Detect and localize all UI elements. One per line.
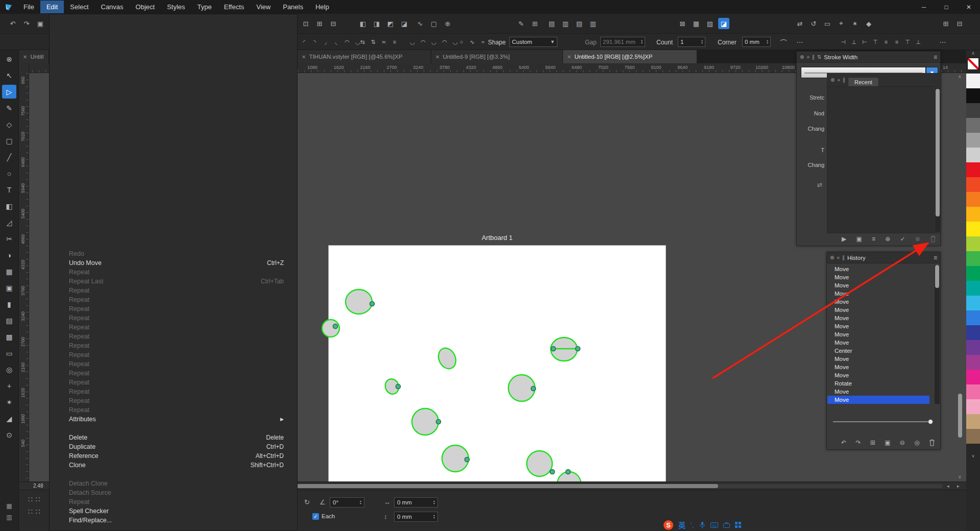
distribute-space-icon[interactable]: ≡ — [893, 36, 901, 47]
canvas-circle[interactable] — [435, 345, 459, 372]
menu-item-detach-clone[interactable]: Detach Clone — [50, 479, 297, 488]
history-entry[interactable]: Move — [827, 388, 929, 396]
color-swatch[interactable] — [966, 192, 980, 207]
tab-recent[interactable]: Recent — [848, 77, 879, 86]
offset-y-stepper[interactable]: ▴▾ — [433, 514, 435, 519]
swatches-collapse-icon[interactable]: ∧ — [966, 51, 980, 56]
ime-language-indicator[interactable]: 英 — [678, 520, 685, 530]
corner-style-2-icon[interactable]: ◝ — [311, 36, 319, 47]
transform-tool[interactable]: ◿ — [2, 215, 16, 229]
select-same-stroke-icon[interactable]: ◨ — [371, 18, 382, 29]
menu-item-repeat[interactable]: Repeat — [50, 497, 297, 506]
equal-height-icon[interactable]: ≡ — [390, 36, 399, 47]
tab-close-icon[interactable]: ✕ — [23, 54, 27, 60]
menu-item-clone[interactable]: CloneShift+Ctrl+D — [50, 461, 297, 470]
panel-handle-icon[interactable]: ∥ — [843, 77, 845, 83]
color-swatch[interactable] — [966, 118, 980, 133]
shape-select[interactable]: Custom▼ — [509, 37, 557, 47]
history-entry[interactable]: Move — [827, 396, 929, 404]
apply-preset-icon[interactable]: ✓ — [900, 235, 905, 243]
color-swatch[interactable] — [966, 251, 980, 266]
color-swatch[interactable] — [966, 325, 980, 340]
panel-close-icon[interactable]: ⊗ — [830, 255, 834, 260]
delete-preset-icon[interactable] — [930, 235, 936, 243]
menubar-item-object[interactable]: Object — [130, 1, 161, 13]
corner-input-stepper[interactable]: ▴▾ — [767, 39, 768, 44]
anchor-node[interactable] — [370, 302, 375, 306]
menu-item-repeat[interactable]: Repeat — [50, 313, 297, 323]
menu-item-repeat[interactable]: Repeat — [50, 359, 297, 369]
menubar-item-select[interactable]: Select — [64, 1, 94, 13]
ime-toolbox-icon[interactable] — [723, 522, 730, 528]
tab-close-icon[interactable]: ✕ — [435, 54, 439, 60]
minimize-button[interactable]: ─ — [913, 0, 935, 14]
paste-icon[interactable]: ⊡ — [300, 18, 311, 29]
envelope-distort-icon[interactable]: ⊠ — [677, 18, 688, 29]
scroll-down-icon[interactable]: ∨ — [958, 474, 962, 479]
bounding-box-icon[interactable]: ▭ — [822, 18, 833, 29]
spiral-tool[interactable]: ◎ — [2, 363, 16, 376]
corner-style-4-icon[interactable]: ◟ — [332, 36, 340, 47]
anchor-node[interactable] — [396, 384, 401, 389]
menu-item-repeat[interactable]: Repeat — [50, 341, 297, 350]
panel-handle-icon[interactable]: ∥ — [842, 255, 845, 260]
text-tool[interactable]: T — [2, 183, 16, 197]
scroll-left-icon[interactable]: ◂ — [947, 484, 949, 489]
node-tool[interactable]: ▷ — [2, 85, 16, 99]
menu-item-duplicate[interactable]: DuplicateCtrl+D — [50, 442, 297, 451]
lasso-select-icon[interactable]: ∿ — [414, 18, 426, 29]
color-swatch[interactable] — [966, 384, 980, 399]
gap-input-stepper[interactable]: ▴▾ — [641, 39, 643, 44]
color-swatch[interactable] — [966, 399, 980, 414]
menubar-item-help[interactable]: Help — [309, 1, 335, 13]
redo-icon[interactable]: ↷ — [21, 18, 32, 29]
history-slider-knob[interactable] — [928, 419, 933, 424]
align-top-icon[interactable]: ⊤ — [871, 36, 879, 47]
tab-close-icon[interactable]: ✕ — [302, 54, 306, 60]
align-bottom-icon[interactable]: ⊥ — [850, 36, 858, 47]
arc-segment-2-icon[interactable]: ◠ — [419, 36, 427, 47]
shadow-tool[interactable]: ▮ — [2, 297, 16, 311]
history-entry[interactable]: Rotate — [827, 379, 929, 388]
free-transform-icon[interactable]: ◆ — [863, 18, 874, 29]
color-swatch[interactable] — [966, 222, 980, 236]
more-options-icon[interactable]: ⋯ — [794, 36, 805, 47]
menu-item-repeat[interactable]: Repeat — [50, 268, 297, 277]
rotate-object-icon[interactable]: ↺ — [808, 18, 819, 29]
corner-style-1-icon[interactable]: ◜ — [300, 36, 308, 47]
stack-top-icon[interactable]: ⊤ — [903, 36, 912, 47]
cancel-preset-icon[interactable]: ⊗ — [915, 235, 920, 243]
frame-select-icon[interactable]: ▢ — [428, 18, 439, 29]
menu-item-repeat-last[interactable]: Repeat LastCtrl+Tab — [50, 277, 297, 286]
pixel-preview-icon[interactable]: ▦ — [691, 18, 702, 29]
history-entry[interactable]: Move — [827, 265, 929, 273]
ime-punctuation-icon[interactable]: ’, — [691, 521, 694, 529]
color-swatch[interactable] — [966, 148, 980, 162]
layout-preset-icon[interactable]: ▥ — [6, 514, 12, 521]
transform-options-icon[interactable]: ✶ — [849, 18, 861, 29]
count-input[interactable]: 1▴▾ — [678, 37, 705, 47]
shape-builder-tool[interactable]: ◇ — [2, 117, 16, 131]
history-entry[interactable]: Move — [827, 273, 929, 281]
history-entry[interactable]: Move — [827, 322, 929, 330]
rotation-input[interactable]: 0° ▴▾ — [330, 497, 364, 508]
anchor-node[interactable] — [436, 420, 441, 424]
history-entry[interactable]: Move — [827, 306, 929, 314]
gradient-tool[interactable]: ◧ — [2, 199, 16, 213]
stack-bottom-icon[interactable]: ⊥ — [914, 36, 922, 47]
flip-horizontal-icon[interactable]: ⇄ — [794, 18, 805, 29]
transform-handle-icon[interactable]: ⇄ — [817, 181, 822, 188]
document-tab-2[interactable]: ✕Untitled-9 [RGB] [@3.3%] — [431, 50, 563, 63]
document-tab-0[interactable]: ✕Untitl — [19, 50, 49, 63]
frame-tool[interactable]: ▭ — [2, 346, 16, 360]
history-entry[interactable]: Move — [827, 330, 929, 339]
wand-tool[interactable]: ✶ — [2, 395, 16, 409]
color-swatch[interactable] — [966, 103, 980, 118]
anchor-node[interactable] — [551, 347, 556, 351]
rotate-ccw-icon[interactable]: ↻ — [304, 498, 310, 506]
panel-menu-icon[interactable]: ≡ — [934, 54, 937, 61]
pattern-tool[interactable]: ▩ — [2, 330, 16, 344]
color-swatch[interactable] — [966, 370, 980, 384]
knife-tool[interactable]: ✂ — [2, 232, 16, 246]
delete-history-icon[interactable] — [929, 439, 935, 446]
